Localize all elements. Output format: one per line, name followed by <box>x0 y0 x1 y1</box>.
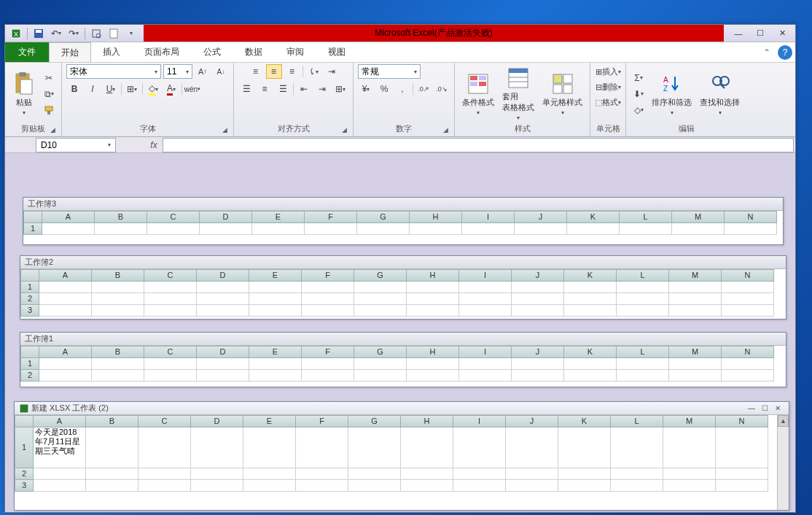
wb-minimize-button[interactable]: — <box>745 404 758 412</box>
col-header[interactable]: A <box>42 211 95 223</box>
row-header[interactable]: 2 <box>20 370 39 382</box>
new-icon[interactable] <box>106 26 122 41</box>
row-header[interactable]: 2 <box>20 293 39 305</box>
copy-icon[interactable]: ⧉▾ <box>41 87 57 101</box>
tab-data[interactable]: 数据 <box>233 42 275 62</box>
col-header[interactable]: E <box>249 269 302 282</box>
decrease-indent-icon[interactable]: ⇤ <box>296 82 312 96</box>
row-header[interactable]: 1 <box>15 427 34 468</box>
col-header[interactable]: C <box>144 269 197 282</box>
percent-icon[interactable]: % <box>376 82 392 96</box>
col-header[interactable]: K <box>564 269 617 282</box>
col-header[interactable]: C <box>138 415 191 427</box>
col-header[interactable]: L <box>611 415 663 427</box>
scroll-up-icon[interactable]: ▲ <box>778 415 789 427</box>
border-icon[interactable]: ⊞▾ <box>124 82 140 96</box>
col-header[interactable]: F <box>296 415 348 427</box>
close-button[interactable]: ✕ <box>772 26 792 41</box>
launcher-icon[interactable]: ◢ <box>441 126 450 135</box>
col-header[interactable]: A <box>34 415 86 427</box>
col-header[interactable]: D <box>191 415 243 427</box>
col-header[interactable]: F <box>302 346 354 358</box>
increase-font-icon[interactable]: A↑ <box>195 64 211 79</box>
col-header[interactable]: G <box>354 269 407 282</box>
increase-indent-icon[interactable]: ⇥ <box>314 82 330 96</box>
col-header[interactable]: G <box>354 346 407 358</box>
col-header[interactable]: E <box>243 415 296 427</box>
vertical-scrollbar[interactable]: ▲ <box>777 415 789 510</box>
font-color-icon[interactable]: A▾ <box>163 82 179 96</box>
decrease-decimal-icon[interactable]: .0↘ <box>434 82 450 96</box>
col-header[interactable]: E <box>249 346 302 358</box>
number-format-select[interactable]: 常规▾ <box>358 64 421 79</box>
row-header[interactable]: 2 <box>15 468 34 480</box>
col-header[interactable]: F <box>305 211 357 223</box>
row-header[interactable]: 3 <box>15 480 34 492</box>
col-header[interactable]: B <box>95 211 147 223</box>
col-header[interactable]: K <box>558 415 611 427</box>
autosum-icon[interactable]: Σ▾ <box>631 71 647 85</box>
wrap-text-icon[interactable]: ⇥ <box>324 64 340 79</box>
col-header[interactable]: J <box>515 211 567 223</box>
format-painter-icon[interactable] <box>41 103 57 117</box>
tab-home[interactable]: 开始 <box>49 42 91 62</box>
col-header[interactable]: H <box>401 415 453 427</box>
col-header[interactable]: M <box>669 346 722 358</box>
help-icon[interactable]: ? <box>778 45 792 60</box>
maximize-button[interactable]: ☐ <box>750 26 770 41</box>
col-header[interactable]: M <box>669 269 722 282</box>
col-header[interactable]: H <box>410 211 462 223</box>
launcher-icon[interactable]: ◢ <box>220 126 229 135</box>
workbook-window-1[interactable]: 工作簿1 ABCDEFGHIJKLMN 1 2 <box>20 332 786 387</box>
col-header[interactable]: M <box>672 211 725 223</box>
file-tab[interactable]: 文件 <box>5 42 49 62</box>
font-name-select[interactable]: 宋体▾ <box>66 64 161 79</box>
underline-button[interactable]: U▾ <box>103 82 119 96</box>
increase-decimal-icon[interactable]: .0↗ <box>415 82 432 96</box>
qat-customize-icon[interactable]: ▾ <box>123 26 139 41</box>
undo-icon[interactable]: ↶▾ <box>48 26 64 41</box>
launcher-icon[interactable]: ◢ <box>340 126 348 135</box>
align-center-icon[interactable]: ≡ <box>257 82 273 96</box>
grid[interactable]: ABCDEFGHIJKLMN 1 <box>23 211 783 235</box>
col-header[interactable]: B <box>86 415 138 427</box>
row-header[interactable]: 3 <box>20 305 39 317</box>
col-header[interactable]: G <box>357 211 410 223</box>
grid[interactable]: ABCDEFGHIJKLMN 1 2 <box>20 346 786 382</box>
select-all-corner[interactable] <box>20 346 39 358</box>
align-right-icon[interactable]: ☰ <box>275 82 291 96</box>
select-all-corner[interactable] <box>20 269 39 282</box>
find-select-button[interactable]: 查找和选择▾ <box>697 71 743 117</box>
col-header[interactable]: L <box>620 211 672 223</box>
decrease-font-icon[interactable]: A↓ <box>213 64 229 79</box>
phonetic-icon[interactable]: wén▾ <box>184 82 200 96</box>
col-header[interactable]: E <box>252 211 305 223</box>
col-header[interactable]: L <box>617 346 669 358</box>
col-header[interactable]: J <box>512 269 564 282</box>
col-header[interactable]: I <box>453 415 506 427</box>
workbook-window-3[interactable]: 工作簿3 ABCDEFGHIJKLMN 1 <box>23 197 784 245</box>
col-header[interactable]: C <box>147 211 200 223</box>
col-header[interactable]: A <box>39 346 92 358</box>
sort-filter-button[interactable]: AZ 排序和筛选▾ <box>649 71 695 117</box>
row-header[interactable]: 1 <box>23 223 42 235</box>
col-header[interactable]: I <box>459 269 512 282</box>
cell-styles-button[interactable]: 单元格样式▾ <box>539 71 585 117</box>
col-header[interactable]: N <box>722 346 774 358</box>
tab-pagelayout[interactable]: 页面布局 <box>133 42 192 62</box>
col-header[interactable]: N <box>716 415 768 427</box>
formula-bar[interactable] <box>163 138 794 152</box>
cut-icon[interactable]: ✂ <box>41 71 57 85</box>
excel-icon[interactable]: X <box>8 26 24 41</box>
col-header[interactable]: J <box>506 415 558 427</box>
grid[interactable]: ABCDEFGHIJKLMN 1 2 3 <box>20 269 786 317</box>
col-header[interactable]: A <box>39 269 92 282</box>
print-preview-icon[interactable] <box>88 26 104 41</box>
delete-cells-icon[interactable]: ⊟ 删除 ▾ <box>596 80 621 94</box>
col-header[interactable]: K <box>567 211 620 223</box>
col-header[interactable]: K <box>564 346 617 358</box>
col-header[interactable]: J <box>512 346 564 358</box>
col-header[interactable]: I <box>459 346 512 358</box>
font-size-select[interactable]: 11▾ <box>163 64 192 79</box>
row-header[interactable]: 1 <box>20 358 39 370</box>
